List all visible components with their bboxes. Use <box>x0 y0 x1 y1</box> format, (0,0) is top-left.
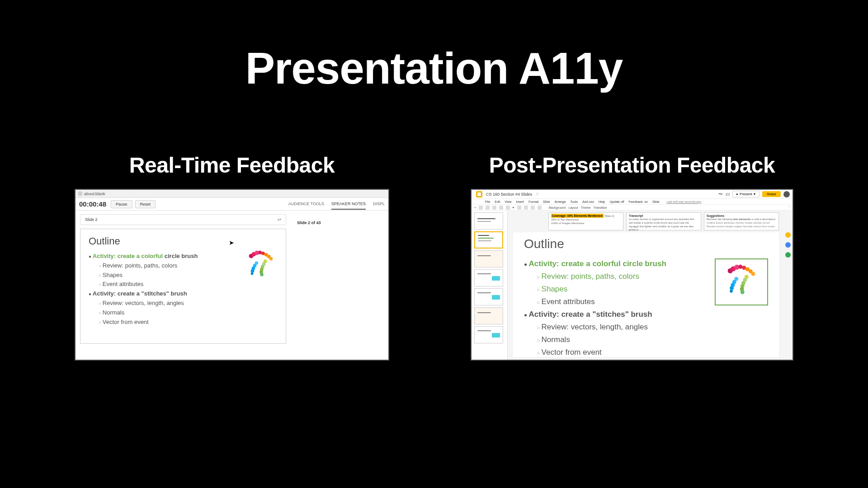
menu-addons[interactable]: Add-ons <box>582 200 594 203</box>
menu-format[interactable]: Format <box>528 200 538 203</box>
cursor-pointer-icon: ➤ <box>229 239 234 246</box>
menu-feedback[interactable]: Feedback: on <box>629 200 648 203</box>
transcript-box: Transcript so today section is organized… <box>626 212 701 230</box>
svg-point-26 <box>751 272 755 276</box>
icon-toolbar: + ▸ Background Layout Theme Transition ˆ <box>472 204 793 211</box>
slide-title: Presentation A11y <box>0 43 868 94</box>
panels-row: Real-Time Feedback i about:blank 00:00:4… <box>0 153 868 361</box>
document-title[interactable]: CS 160 Section #4 Slides <box>486 192 532 197</box>
menu-insert[interactable]: Insert <box>516 200 524 203</box>
editor-header: CS 160 Section #4 Slides ☆ 〜 ▭ ▸ Present… <box>472 190 793 199</box>
chevron-updown-icon: ▴▾ <box>278 217 281 222</box>
left-heading: Real-Time Feedback <box>129 153 335 178</box>
image-icon[interactable] <box>524 206 528 210</box>
tab-display[interactable]: DISPL <box>373 199 385 210</box>
print-icon[interactable] <box>492 206 496 210</box>
layout-button[interactable]: Layout <box>568 206 578 209</box>
svg-point-13 <box>260 273 264 277</box>
line-icon[interactable] <box>538 206 542 210</box>
slide-heading: Outline <box>89 235 278 247</box>
addon-icon-2[interactable] <box>785 242 791 248</box>
svg-point-36 <box>730 286 734 290</box>
browser-address-bar: i about:blank <box>75 190 388 198</box>
chart-icon[interactable]: 〜 <box>718 191 723 197</box>
user-avatar-icon[interactable] <box>783 191 790 197</box>
presenter-tabs: AUDIENCE TOOLS SPEAKER NOTES DISPL <box>288 199 385 210</box>
menu-help[interactable]: Help <box>599 200 605 203</box>
addon-icon-1[interactable] <box>785 232 791 238</box>
suggestions-box: Suggestions Remove the following text el… <box>704 212 779 230</box>
timer-display: 00:00:48 <box>79 200 106 208</box>
left-panel: Real-Time Feedback i about:blank 00:00:4… <box>75 153 389 361</box>
coverage-box: Coverage: 44% Elements Mentioned (Slide … <box>548 212 623 230</box>
textbox-icon[interactable] <box>517 206 521 210</box>
comment-icon[interactable]: ▭ <box>726 192 730 197</box>
thumb-4[interactable] <box>474 269 503 286</box>
main-slide[interactable]: Outline <box>513 232 779 357</box>
thumb-6[interactable] <box>474 307 503 324</box>
svg-point-3 <box>258 251 262 254</box>
menu-update[interactable]: Update off <box>609 200 624 203</box>
addon-icon-3[interactable] <box>785 252 791 258</box>
editor-body: Coverage: 44% Elements Mentioned (Slide … <box>472 211 793 361</box>
pause-button[interactable]: Pause <box>111 200 132 208</box>
thumb-7[interactable] <box>474 326 503 343</box>
undo-icon[interactable] <box>479 206 483 210</box>
menu-view[interactable]: View <box>505 200 511 203</box>
svg-point-37 <box>730 290 733 293</box>
main-slide-title: Outline <box>524 237 768 251</box>
new-slide-icon[interactable]: + <box>474 206 476 209</box>
thumbnail-strip <box>472 211 508 361</box>
slide-canvas: Coverage: 44% Elements Mentioned (Slide … <box>508 211 793 361</box>
tab-speaker-notes[interactable]: SPEAKER NOTES <box>331 199 366 210</box>
redo-icon[interactable] <box>486 206 490 210</box>
thumb-3[interactable] <box>474 250 503 267</box>
shape-icon[interactable] <box>531 206 535 210</box>
presenter-view-screenshot: i about:blank 00:00:48 Pause Reset AUDIE… <box>75 189 389 361</box>
pointer-icon[interactable]: ▸ <box>513 206 514 209</box>
feedback-info-strip: Coverage: 44% Elements Mentioned (Slide … <box>548 212 779 230</box>
zoom-icon[interactable] <box>506 206 510 210</box>
svg-point-7 <box>269 257 273 261</box>
brush-image-box <box>715 258 768 305</box>
share-button[interactable]: Share <box>762 191 781 197</box>
paint-icon[interactable] <box>499 206 503 210</box>
right-heading: Post-Presentation Feedback <box>489 153 775 178</box>
collapse-icon[interactable]: ˆ <box>789 206 790 209</box>
current-slide-preview: Outline ➤ <box>80 229 286 344</box>
thumb-2[interactable] <box>474 231 503 249</box>
svg-point-18 <box>251 272 254 275</box>
thumb-5[interactable] <box>474 288 503 305</box>
background-button[interactable]: Background <box>549 206 566 209</box>
svg-point-17 <box>251 269 255 273</box>
menu-tools[interactable]: Tools <box>571 200 578 203</box>
menu-file[interactable]: File <box>485 200 490 203</box>
menu-slide2[interactable]: Slide <box>652 200 660 203</box>
menu-bar: File Edit View Insert Format Slide Arran… <box>472 199 793 204</box>
colorful-brush-image <box>243 248 278 283</box>
transition-button[interactable]: Transition <box>593 206 607 209</box>
url-text: about:blank <box>84 192 105 196</box>
menu-slide[interactable]: Slide <box>543 200 550 203</box>
slide-selector-label: Slide 2 <box>85 217 98 222</box>
info-icon: i <box>78 192 82 196</box>
last-edit-label: Last edit was seconds ago <box>667 200 702 203</box>
present-button[interactable]: ▸ Present ▾ <box>732 191 760 197</box>
slides-logo-icon <box>476 191 482 197</box>
theme-button[interactable]: Theme <box>580 206 590 209</box>
colorful-brush-image-2 <box>719 262 764 302</box>
editor-screenshot: CS 160 Section #4 Slides ☆ 〜 ▭ ▸ Present… <box>471 189 793 361</box>
svg-point-22 <box>738 265 742 269</box>
tab-audience-tools[interactable]: AUDIENCE TOOLS <box>288 199 324 210</box>
svg-point-23 <box>742 266 746 270</box>
svg-point-32 <box>741 290 745 294</box>
menu-arrange[interactable]: Arrange <box>555 200 566 203</box>
star-icon[interactable]: ☆ <box>536 192 539 196</box>
thumb-1[interactable] <box>474 212 503 230</box>
side-addon-strip <box>784 232 792 258</box>
menu-edit[interactable]: Edit <box>495 200 500 203</box>
slide-selector[interactable]: Slide 2 ▴▾ <box>80 214 286 225</box>
reset-button[interactable]: Reset <box>135 200 156 208</box>
right-panel: Post-Presentation Feedback CS 160 Sectio… <box>471 153 793 361</box>
presenter-toolbar: 00:00:48 Pause Reset AUDIENCE TOOLS SPEA… <box>75 198 388 211</box>
